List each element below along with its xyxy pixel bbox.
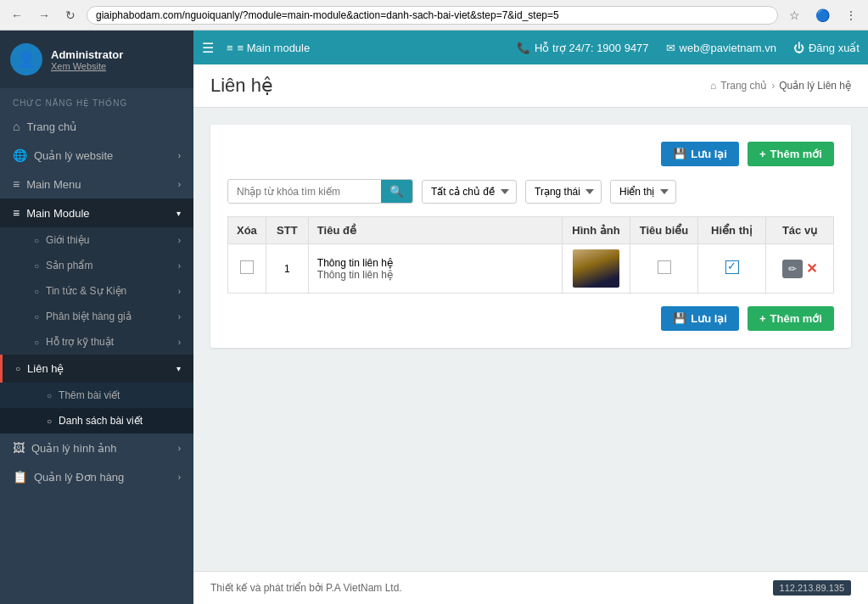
plus-icon: + bbox=[759, 148, 766, 160]
sidebar-item-quan-ly-website[interactable]: 🌐 Quản lý website › bbox=[0, 141, 193, 170]
topbar-email-label: web@pavietnam.vn bbox=[680, 42, 776, 54]
topbar-support[interactable]: 📞 Hỗ trợ 24/7: 1900 9477 bbox=[517, 42, 649, 54]
footer: Thiết kế và phát triển bởi P.A VietNam L… bbox=[193, 571, 868, 604]
header-xoa: Xóa bbox=[228, 217, 266, 244]
status-filter[interactable]: Trạng thái bbox=[525, 180, 602, 204]
row-title-line2: Thông tin liên hệ bbox=[317, 269, 553, 281]
subitem-label-them-bai-viet: Thêm bài viết bbox=[59, 389, 120, 401]
save-button-top[interactable]: 💾 Lưu lại bbox=[661, 142, 739, 166]
chevron-right-icon: › bbox=[178, 473, 181, 482]
breadcrumb: ⌂ Trang chủ › Quản lý Liên hệ bbox=[710, 80, 851, 92]
url-bar[interactable] bbox=[87, 6, 778, 25]
add-new-button-bottom[interactable]: + Thêm mới bbox=[748, 306, 834, 331]
search-button[interactable]: 🔍 bbox=[381, 180, 412, 203]
add-new-button-top[interactable]: + Thêm mới bbox=[748, 142, 834, 166]
main-module-submenu: ○ Giới thiệu › ○ Sản phẩm › ○ Tin tức & … bbox=[0, 227, 193, 433]
header-stt: STT bbox=[266, 217, 308, 244]
sidebar-label-quan-ly-website: Quản lý website bbox=[34, 149, 113, 162]
data-table: Xóa STT Tiêu đề Hình ảnh bbox=[227, 216, 834, 294]
cell-actions: ✏ ✕ bbox=[766, 244, 834, 294]
sidebar-item-trang-chu[interactable]: ⌂ Trang chủ bbox=[0, 112, 193, 141]
sidebar-subitem-phan-biet-hang-gia[interactable]: ○ Phân biệt hàng giả › bbox=[0, 304, 193, 329]
chevron-right-icon: › bbox=[178, 180, 181, 189]
sidebar-subitem-ho-tro[interactable]: ○ Hỗ trợ kỹ thuật › bbox=[0, 329, 193, 355]
save-button-bottom[interactable]: 💾 Lưu lại bbox=[661, 306, 739, 331]
cell-tieu-bieu[interactable] bbox=[630, 244, 698, 294]
top-toolbar: 💾 Lưu lại + Thêm mới bbox=[227, 142, 834, 166]
cell-checkbox[interactable] bbox=[228, 244, 266, 294]
bookmark-button[interactable]: ☆ bbox=[785, 7, 804, 24]
module-icon: ≡ bbox=[13, 206, 20, 220]
sidebar-label-quan-ly-hinh-anh: Quản lý hình ảnh bbox=[31, 442, 117, 455]
sidebar-subitem-them-bai-viet[interactable]: ○ Thêm bài viết bbox=[0, 383, 193, 408]
topbar-email[interactable]: ✉ web@pavietnam.vn bbox=[666, 42, 776, 54]
dot-icon: ○ bbox=[47, 391, 52, 400]
sidebar-subitem-gioi-thieu[interactable]: ○ Giới thiệu › bbox=[0, 227, 193, 253]
sidebar-subitem-san-pham[interactable]: ○ Sản phẩm › bbox=[0, 253, 193, 278]
hien-thi-checkbox[interactable] bbox=[725, 260, 739, 274]
chevron-right-icon: › bbox=[178, 338, 181, 347]
subject-filter[interactable]: Tất cả chủ đề bbox=[422, 180, 517, 204]
row-checkbox[interactable] bbox=[240, 260, 254, 274]
extensions-button[interactable]: 🔵 bbox=[811, 7, 834, 24]
avatar: 👤 bbox=[10, 43, 42, 76]
delete-button[interactable]: ✕ bbox=[806, 260, 817, 277]
sidebar-item-lien-he[interactable]: ○ Liên hệ ▾ bbox=[0, 355, 193, 383]
page-title: Liên hệ bbox=[210, 75, 273, 97]
topbar-logout[interactable]: ⏻ Đăng xuất bbox=[793, 42, 860, 54]
forward-button[interactable]: → bbox=[34, 7, 54, 24]
sidebar-item-main-menu[interactable]: ≡ Main Menu › bbox=[0, 170, 193, 199]
circle-icon: ○ bbox=[34, 287, 39, 296]
search-input[interactable] bbox=[228, 181, 381, 203]
save-icon: 💾 bbox=[673, 148, 686, 160]
search-wrap: 🔍 bbox=[227, 179, 413, 204]
table-head: Xóa STT Tiêu đề Hình ảnh bbox=[228, 217, 834, 244]
home-icon: ⌂ bbox=[13, 120, 20, 133]
edit-button[interactable]: ✏ bbox=[782, 260, 803, 278]
home-icon: ⌂ bbox=[710, 80, 716, 92]
sidebar-subitem-tin-tuc[interactable]: ○ Tin tức & Sự Kiện › bbox=[0, 278, 193, 304]
subitem-label-ho-tro: Hỗ trợ kỹ thuật bbox=[46, 336, 114, 348]
hamburger-icon[interactable]: ☰ bbox=[202, 40, 214, 56]
sidebar-subitem-danh-sach-bai-viet[interactable]: ○ Danh sách bài viết bbox=[0, 408, 193, 433]
circle-icon: ○ bbox=[34, 236, 39, 245]
sidebar-item-main-module[interactable]: ≡ Main Module ▾ bbox=[0, 199, 193, 227]
circle-icon: ○ bbox=[34, 312, 39, 322]
sidebar-label-main-menu: Main Menu bbox=[26, 178, 81, 191]
save-label-top: Lưu lại bbox=[691, 148, 727, 160]
save-icon-bottom: 💾 bbox=[673, 312, 686, 325]
main-card: 💾 Lưu lại + Thêm mới 🔍 Tất cả c bbox=[210, 125, 851, 348]
cell-hien-thi[interactable] bbox=[698, 244, 766, 294]
add-new-label-bottom: Thêm mới bbox=[770, 312, 822, 325]
subitem-label-phan-biet: Phân biệt hàng giả bbox=[46, 310, 132, 322]
row-stt: 1 bbox=[284, 263, 290, 275]
sidebar-item-quan-ly-hinh-anh[interactable]: 🖼 Quản lý hình ảnh › bbox=[0, 433, 193, 462]
admin-name: Administrator bbox=[51, 48, 123, 61]
view-website-link[interactable]: Xem Website bbox=[51, 61, 123, 71]
breadcrumb-separator: › bbox=[771, 80, 775, 92]
cell-stt: 1 bbox=[266, 244, 308, 294]
sidebar-label-trang-chu: Trang chủ bbox=[26, 120, 76, 133]
header-tieu-de: Tiêu đề bbox=[308, 217, 562, 244]
breadcrumb-home[interactable]: Trang chủ bbox=[720, 80, 767, 92]
topbar-main-module[interactable]: ≡ ≡ Main module bbox=[227, 42, 310, 54]
logout-icon: ⏻ bbox=[793, 42, 804, 54]
topbar: ☰ ≡ ≡ Main module 📞 Hỗ trợ 24/7: 1900 94… bbox=[193, 31, 868, 64]
sidebar: 👤 Administrator Xem Website CHỨC NĂNG HỆ… bbox=[0, 31, 193, 604]
chevron-right-icon: › bbox=[178, 236, 181, 245]
row-thumbnail bbox=[573, 249, 619, 288]
phone-icon: 📞 bbox=[517, 42, 530, 54]
menu-button[interactable]: ⋮ bbox=[841, 7, 861, 24]
header-tac-vu: Tác vụ bbox=[766, 217, 834, 244]
circle-icon: ○ bbox=[15, 364, 20, 373]
action-buttons: ✏ ✕ bbox=[775, 260, 825, 278]
bottom-toolbar: 💾 Lưu lại + Thêm mới bbox=[227, 306, 834, 331]
website-icon: 🌐 bbox=[13, 148, 27, 162]
reload-button[interactable]: ↻ bbox=[61, 7, 80, 24]
back-button[interactable]: ← bbox=[7, 7, 27, 24]
sidebar-item-quan-ly-don-hang[interactable]: 📋 Quản lý Đơn hàng › bbox=[0, 462, 193, 491]
chevron-down-icon: ▾ bbox=[176, 209, 181, 218]
display-filter[interactable]: Hiển thị bbox=[610, 180, 676, 204]
tieu-bieu-checkbox[interactable] bbox=[658, 260, 671, 274]
sidebar-section-title: CHỨC NĂNG HỆ THỐNG bbox=[0, 88, 193, 112]
